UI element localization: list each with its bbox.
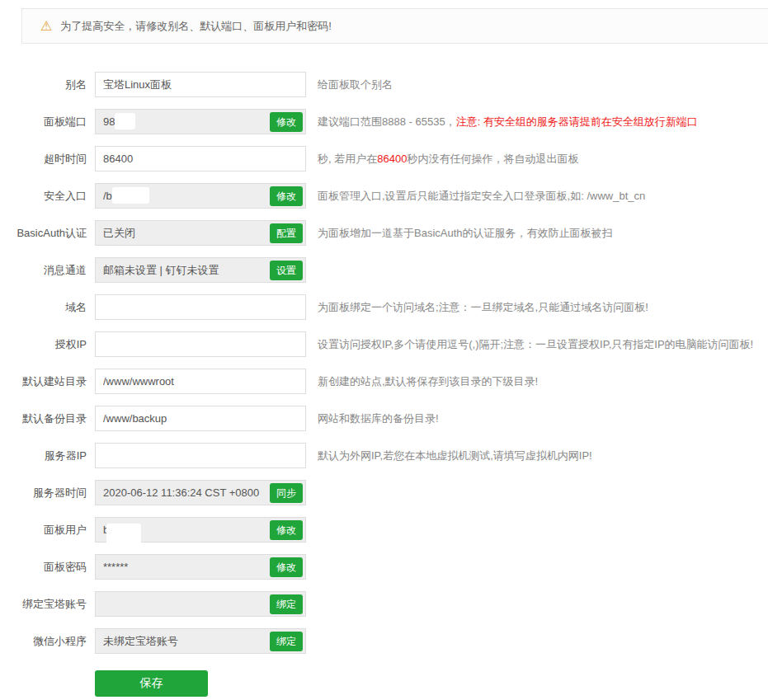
field-label: 服务器时间 bbox=[0, 480, 95, 505]
field-input-wrap bbox=[95, 146, 306, 171]
field-label: 面板端口 bbox=[0, 109, 95, 134]
censor-patch bbox=[115, 113, 135, 129]
field-label: 面板用户 bbox=[0, 517, 95, 543]
field-input-wrap bbox=[95, 72, 306, 97]
field-label: 域名 bbox=[0, 294, 95, 320]
field-help: 建议端口范围8888 - 65535，注意: 有安全组的服务器请提前在安全组放行… bbox=[318, 109, 698, 134]
field-input-wrap bbox=[95, 443, 306, 468]
help-text: 面板管理入口,设置后只能通过指定安全入口登录面板,如: /www_bt_cn bbox=[318, 190, 645, 202]
form-row-default-backup-dir: 默认备份目录 网站和数据库的备份目录! bbox=[0, 406, 768, 431]
help-text: 设置访问授权IP,多个请使用逗号(,)隔开;注意：一旦设置授权IP,只有指定IP… bbox=[318, 338, 753, 350]
timeout-input[interactable] bbox=[95, 146, 306, 171]
help-text: 默认为外网IP,若您在本地虚拟机测试,请填写虚拟机内网IP! bbox=[318, 449, 592, 462]
field-label: 超时时间 bbox=[0, 146, 95, 171]
form-row-panel-password: 面板密码 修改 bbox=[0, 554, 768, 580]
save-button[interactable]: 保存 bbox=[95, 670, 208, 697]
help-text: 建议端口范围8888 - 65535， bbox=[318, 115, 456, 128]
form-row-auth-ip: 授权IP 设置访问授权IP,多个请使用逗号(,)隔开;注意：一旦设置授权IP,只… bbox=[0, 331, 768, 357]
form-row-server-time: 服务器时间 同步 bbox=[0, 480, 768, 505]
alias-input[interactable] bbox=[95, 72, 306, 97]
warning-text: 为了提高安全，请修改别名、默认端口、面板用户和密码! bbox=[60, 19, 332, 34]
form-row-domain: 域名 为面板绑定一个访问域名;注意：一旦绑定域名,只能通过域名访问面板! bbox=[0, 294, 768, 320]
field-label: 别名 bbox=[0, 72, 95, 97]
auth-ip-input[interactable] bbox=[95, 331, 306, 357]
field-input-wrap: 配置 bbox=[95, 220, 306, 246]
field-input-wrap: 修改 bbox=[95, 554, 306, 580]
help-text: 给面板取个别名 bbox=[318, 78, 393, 91]
basic-auth-action-button[interactable]: 配置 bbox=[270, 223, 303, 243]
form-row-server-ip: 服务器IP 默认为外网IP,若您在本地虚拟机测试,请填写虚拟机内网IP! bbox=[0, 443, 768, 468]
field-input-wrap: 绑定 bbox=[95, 628, 306, 654]
warning-icon: ⚠ bbox=[40, 20, 52, 33]
panel-password-action-button[interactable]: 修改 bbox=[270, 557, 303, 577]
field-input-wrap: 绑定 bbox=[95, 591, 306, 617]
security-entrance-action-button[interactable]: 修改 bbox=[270, 186, 303, 206]
field-label: 服务器IP bbox=[0, 443, 95, 468]
form-row-wechat-miniprogram: 微信小程序 绑定 bbox=[0, 628, 768, 654]
help-text: 网站和数据库的备份目录! bbox=[318, 412, 439, 425]
form-row-alias: 别名 给面板取个别名 bbox=[0, 72, 768, 97]
panel-user-action-button[interactable]: 修改 bbox=[270, 520, 303, 540]
security-warning-banner: ⚠ 为了提高安全，请修改别名、默认端口、面板用户和密码! bbox=[21, 8, 768, 44]
wechat-miniprogram-action-button[interactable]: 绑定 bbox=[270, 632, 303, 651]
field-help: 为面板绑定一个访问域名;注意：一旦绑定域名,只能通过域名访问面板! bbox=[318, 294, 648, 320]
help-text: 为面板绑定一个访问域名;注意：一旦绑定域名,只能通过域名访问面板! bbox=[318, 301, 648, 313]
field-input-wrap: 修改 bbox=[95, 517, 306, 543]
help-text: 新创建的站点,默认将保存到该目录的下级目录! bbox=[318, 375, 538, 388]
form-row-default-site-dir: 默认建站目录 新创建的站点,默认将保存到该目录的下级目录! bbox=[0, 369, 768, 394]
help-text-warning: 86400 bbox=[377, 153, 407, 165]
field-input-wrap bbox=[95, 369, 306, 394]
censor-patch bbox=[106, 524, 141, 546]
field-help: 为面板增加一道基于BasicAuth的认证服务，有效防止面板被扫 bbox=[318, 220, 613, 246]
field-label: 消息通道 bbox=[0, 257, 95, 283]
form-row-basic-auth: BasicAuth认证 配置 为面板增加一道基于BasicAuth的认证服务，有… bbox=[0, 220, 768, 246]
field-help: 新创建的站点,默认将保存到该目录的下级目录! bbox=[318, 369, 538, 394]
panel-settings-form: 别名 给面板取个别名 面板端口 修改 建议端口范围8888 - 65535，注意… bbox=[0, 72, 768, 654]
field-help: 设置访问授权IP,多个请使用逗号(,)隔开;注意：一旦设置授权IP,只有指定IP… bbox=[318, 331, 753, 357]
form-row-msg-channel: 消息通道 设置 bbox=[0, 257, 768, 283]
field-input-wrap: 设置 bbox=[95, 257, 306, 283]
help-text: 秒, 若用户在 bbox=[318, 153, 377, 165]
field-input-wrap: 修改 bbox=[95, 109, 306, 134]
field-label: 微信小程序 bbox=[0, 628, 95, 654]
field-input-wrap: 修改 bbox=[95, 183, 306, 209]
form-row-timeout: 超时时间 秒, 若用户在86400秒内没有任何操作，将自动退出面板 bbox=[0, 146, 768, 171]
field-label: 面板密码 bbox=[0, 554, 95, 580]
server-ip-input[interactable] bbox=[95, 443, 306, 468]
server-time-action-button[interactable]: 同步 bbox=[270, 483, 303, 503]
default-site-dir-input[interactable] bbox=[95, 369, 306, 394]
field-label: BasicAuth认证 bbox=[0, 220, 95, 246]
help-text: 为面板增加一道基于BasicAuth的认证服务，有效防止面板被扫 bbox=[318, 227, 613, 239]
field-help: 默认为外网IP,若您在本地虚拟机测试,请填写虚拟机内网IP! bbox=[318, 443, 592, 468]
censor-patch bbox=[112, 187, 149, 204]
bind-bt-account-action-button[interactable]: 绑定 bbox=[270, 594, 303, 614]
field-label: 绑定宝塔账号 bbox=[0, 591, 95, 617]
field-help: 面板管理入口,设置后只能通过指定安全入口登录面板,如: /www_bt_cn bbox=[318, 183, 645, 209]
field-input-wrap bbox=[95, 331, 306, 357]
msg-channel-action-button[interactable]: 设置 bbox=[270, 261, 303, 280]
default-backup-dir-input[interactable] bbox=[95, 406, 306, 431]
domain-input[interactable] bbox=[95, 294, 306, 320]
field-label: 授权IP bbox=[0, 331, 95, 357]
form-row-bind-bt-account: 绑定宝塔账号 绑定 bbox=[0, 591, 768, 617]
form-row-panel-port: 面板端口 修改 建议端口范围8888 - 65535，注意: 有安全组的服务器请… bbox=[0, 109, 768, 134]
panel-port-action-button[interactable]: 修改 bbox=[270, 112, 303, 132]
field-input-wrap bbox=[95, 294, 306, 320]
help-text-warning: 注意: 有安全组的服务器请提前在安全组放行新端口 bbox=[456, 115, 698, 128]
field-label: 默认备份目录 bbox=[0, 406, 95, 431]
field-input-wrap bbox=[95, 406, 306, 431]
field-label: 默认建站目录 bbox=[0, 369, 95, 394]
field-help: 给面板取个别名 bbox=[318, 72, 393, 97]
help-text: 秒内没有任何操作，将自动退出面板 bbox=[407, 153, 578, 165]
field-input-wrap: 同步 bbox=[95, 480, 306, 505]
form-row-security-entrance: 安全入口 修改 面板管理入口,设置后只能通过指定安全入口登录面板,如: /www… bbox=[0, 183, 768, 209]
field-label: 安全入口 bbox=[0, 183, 95, 209]
field-help: 秒, 若用户在86400秒内没有任何操作，将自动退出面板 bbox=[318, 146, 578, 171]
field-help: 网站和数据库的备份目录! bbox=[318, 406, 439, 431]
form-row-panel-user: 面板用户 修改 bbox=[0, 517, 768, 543]
